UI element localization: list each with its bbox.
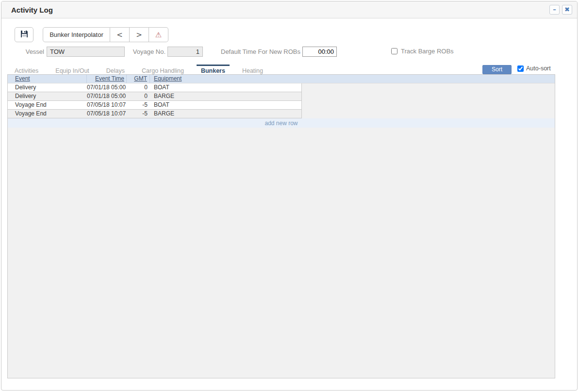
table-row[interactable]: Delivery 07/01/18 05:00 0 BARGE xyxy=(8,92,301,101)
cell-equipment[interactable]: BARGE xyxy=(150,110,301,118)
cell-equipment[interactable]: BARGE xyxy=(150,92,301,100)
table-row[interactable]: Voyage End 07/05/18 10:07 -5 BARGE xyxy=(8,110,301,118)
table-row[interactable]: Delivery 07/01/18 05:00 0 BOAT xyxy=(8,83,301,92)
default-time-label: Default Time For New ROBs xyxy=(205,48,300,55)
prev-button[interactable]: < xyxy=(110,27,130,42)
voyage-no-input[interactable] xyxy=(167,47,203,57)
add-new-row-link[interactable]: add new row xyxy=(265,120,298,127)
cell-event-time[interactable]: 07/01/18 05:00 xyxy=(87,83,127,92)
tab-bar: Activities Equip In/Out Delays Cargo Han… xyxy=(10,65,276,75)
cell-gmt[interactable]: 0 xyxy=(127,92,150,100)
sort-button[interactable]: Sort xyxy=(482,65,512,74)
column-header-equipment[interactable]: Equipment xyxy=(150,75,301,83)
bunker-interpolator-button[interactable]: Bunker Interpolator xyxy=(43,27,110,42)
voyage-no-label: Voyage No. xyxy=(130,48,165,55)
next-button[interactable]: > xyxy=(130,27,149,42)
cell-event[interactable]: Voyage End xyxy=(8,110,87,118)
table-body: Delivery 07/01/18 05:00 0 BOAT Delivery … xyxy=(8,83,302,118)
warning-icon: ⚠ xyxy=(155,31,162,39)
cell-equipment[interactable]: BOAT xyxy=(150,101,301,109)
bunkers-table-panel: Event Event Time GMT Equipment Delivery … xyxy=(7,74,555,378)
column-header-event[interactable]: Event xyxy=(8,75,87,83)
vessel-label: Vessel xyxy=(1,48,44,55)
cell-gmt[interactable]: -5 xyxy=(127,101,150,109)
cell-gmt[interactable]: 0 xyxy=(127,83,150,92)
cell-event[interactable]: Delivery xyxy=(8,92,87,100)
table-header-row: Event Event Time GMT Equipment xyxy=(8,75,555,83)
close-button[interactable]: ✖ xyxy=(562,5,572,15)
tab-activities[interactable]: Activities xyxy=(10,65,43,75)
default-time-input[interactable] xyxy=(302,47,337,57)
cell-gmt[interactable]: -5 xyxy=(127,110,150,118)
header-fields: Vessel Voyage No. Default Time For New R… xyxy=(1,47,577,57)
cell-event[interactable]: Voyage End xyxy=(8,101,87,109)
cell-event-time[interactable]: 07/05/18 10:07 xyxy=(87,110,127,118)
tab-heating[interactable]: Heating xyxy=(238,65,267,75)
tab-equip-in-out[interactable]: Equip In/Out xyxy=(51,65,94,75)
title-bar: Activity Log – ✖ xyxy=(1,1,577,18)
toolbar-button-group: Bunker Interpolator < > ⚠ xyxy=(43,27,168,42)
auto-sort-label: Auto-sort xyxy=(526,65,551,72)
track-barge-checkbox[interactable] xyxy=(391,48,397,54)
tab-bunkers[interactable]: Bunkers xyxy=(197,65,230,75)
cell-event-time[interactable]: 07/01/18 05:00 xyxy=(87,92,127,100)
column-header-event-time[interactable]: Event Time xyxy=(87,75,127,83)
floppy-disk-icon xyxy=(20,30,28,40)
cell-event-time[interactable]: 07/05/18 10:07 xyxy=(87,101,127,109)
column-header-gmt[interactable]: GMT xyxy=(127,75,150,83)
window-title: Activity Log xyxy=(11,6,547,14)
tab-delays[interactable]: Delays xyxy=(102,65,129,75)
cell-event[interactable]: Delivery xyxy=(8,83,87,92)
minimize-button[interactable]: – xyxy=(549,5,560,15)
table-row[interactable]: Voyage End 07/05/18 10:07 -5 BOAT xyxy=(8,101,301,110)
cell-equipment[interactable]: BOAT xyxy=(150,83,301,92)
save-button[interactable] xyxy=(15,27,33,42)
warning-button[interactable]: ⚠ xyxy=(149,27,168,42)
tab-cargo-handling[interactable]: Cargo Handling xyxy=(137,65,188,75)
vessel-input[interactable] xyxy=(47,47,125,57)
track-barge-label: Track Barge ROBs xyxy=(401,48,454,55)
auto-sort-checkbox[interactable] xyxy=(517,65,524,72)
add-new-row-band: add new row xyxy=(8,118,555,128)
activity-log-window: Activity Log – ✖ Bunker Interpolator < >… xyxy=(1,1,578,391)
